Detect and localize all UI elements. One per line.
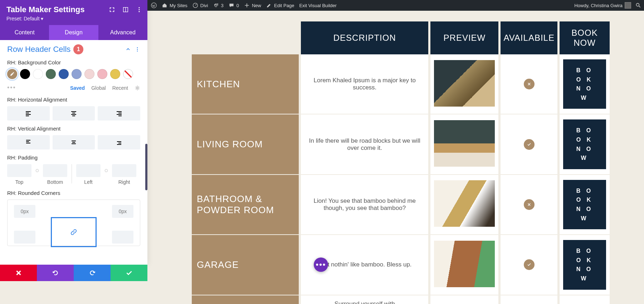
padding-left-input[interactable] [76,164,101,177]
kebab-icon[interactable] [136,6,142,13]
column-header: PREVIEW [430,21,498,54]
redo-icon [88,269,96,277]
annotation-badge: 1 [73,44,83,54]
svg-point-7 [137,47,138,48]
book-now-button[interactable]: B O O KN O W [563,59,606,109]
valign-middle-icon [70,139,77,146]
svg-point-2 [636,3,639,6]
redo-button[interactable] [74,265,111,281]
valign-bottom-button[interactable] [98,135,140,149]
kebab-icon[interactable] [135,46,140,52]
corner-bl-input[interactable] [14,231,35,244]
updates-link[interactable]: 3 [213,3,224,8]
preview-image [434,241,495,287]
valign-bottom-icon [116,139,123,146]
corner-tl-input[interactable] [14,205,35,218]
available-cell [501,114,557,174]
color-swatch[interactable] [46,69,56,79]
pencil-icon [266,3,272,8]
new-link[interactable]: New [244,3,261,8]
preview-cell [430,295,498,304]
undo-button[interactable] [37,265,74,281]
palette-saved[interactable]: Saved [70,85,85,91]
valign-middle-button[interactable] [53,135,95,149]
check-icon [125,269,133,277]
halign-label: RH: Horizontal Alignment [7,97,140,103]
available-cell [501,295,557,304]
wp-logo[interactable] [151,3,157,8]
svg-point-8 [137,49,138,50]
section-header[interactable]: Row Header Cells 1 [7,44,140,54]
link-icon[interactable] [102,164,111,177]
gear-icon[interactable] [135,85,140,91]
book-cell: B O O KN O W [560,114,610,174]
corner-tr-input[interactable] [112,205,133,218]
book-now-button[interactable]: B O O KN O W [563,240,606,289]
refresh-icon [213,3,219,8]
wp-admin-bar: My Sites Divi 3 0 New Edit Page Exit Vis… [147,0,644,11]
color-swatch[interactable] [7,69,17,79]
color-swatch[interactable] [59,69,69,79]
module-fab[interactable]: ••• [314,258,328,272]
preview-cell [430,234,498,294]
valign-top-button[interactable] [7,135,50,149]
settings-panel: Table Maker Settings Preset: Default ▾ C… [0,0,147,265]
my-sites-link[interactable]: My Sites [162,3,187,8]
column-header: AVAILABILE [501,21,557,54]
preset-dropdown[interactable]: Preset: Default ▾ [6,16,141,21]
close-icon [524,199,535,210]
description-cell: Surround yourself with [301,295,428,304]
padding-right-input[interactable] [112,164,136,177]
row-header: LIVING ROOM [192,114,299,174]
palette-recent[interactable]: Recent [112,85,128,91]
color-swatch[interactable] [72,69,82,79]
svg-point-4 [138,7,140,8]
tab-advanced[interactable]: Advanced [98,25,147,40]
book-now-button[interactable]: B O O KN O W [563,180,606,229]
cancel-button[interactable] [0,265,37,281]
table-row: GARAGEAin't nothin' like bamboo. Bless u… [192,234,610,294]
padding-bottom-input[interactable] [43,164,67,177]
preview-image [434,60,495,107]
dots-icon[interactable]: ••• [7,84,16,92]
check-icon [524,139,535,150]
link-icon[interactable] [33,164,42,177]
columns-icon[interactable] [122,6,129,13]
comments-link[interactable]: 0 [229,3,239,8]
available-cell [501,54,557,114]
align-center-button[interactable] [53,106,95,121]
expand-icon[interactable] [109,6,115,13]
align-right-button[interactable] [98,106,140,121]
color-swatch[interactable] [123,69,133,79]
table-row: BATHROOM & POWDER ROOMLion! You see that… [192,174,610,234]
book-now-button[interactable]: B O O KN O W [563,119,606,169]
tab-content[interactable]: Content [0,25,49,40]
color-swatch[interactable] [97,69,107,79]
corners-link-toggle[interactable] [51,217,97,247]
svg-point-9 [137,51,138,52]
bg-color-label: RH: Background Color [7,59,140,65]
save-button[interactable] [111,265,147,281]
exit-vb-link[interactable]: Exit Visual Builder [299,3,337,8]
howdy-user[interactable]: Howdy, Christina Gwira [574,2,631,9]
svg-point-5 [138,9,140,10]
chevron-up-icon[interactable] [125,46,131,52]
color-swatch[interactable] [33,69,43,79]
svg-point-10 [137,87,138,89]
tab-design[interactable]: Design [49,25,98,40]
edit-page-link[interactable]: Edit Page [266,3,294,8]
align-left-button[interactable] [7,106,50,121]
align-left-icon [25,110,32,117]
site-name-link[interactable]: Divi [192,3,208,8]
palette-global[interactable]: Global [91,85,106,91]
color-swatch[interactable] [84,69,94,79]
color-swatch[interactable] [110,69,120,79]
search-toggle[interactable] [635,3,641,8]
corner-br-input[interactable] [112,231,133,244]
padding-top-input[interactable] [7,164,31,177]
settings-tabs: Content Design Advanced [0,25,147,40]
description-cell: Lion! You see that bamboo behind me thou… [301,174,428,234]
preview-area: DESCRIPTIONPREVIEWAVAILABILEBOOK NOW KIT… [147,11,644,304]
close-icon [524,79,535,89]
color-swatch[interactable] [20,69,30,79]
